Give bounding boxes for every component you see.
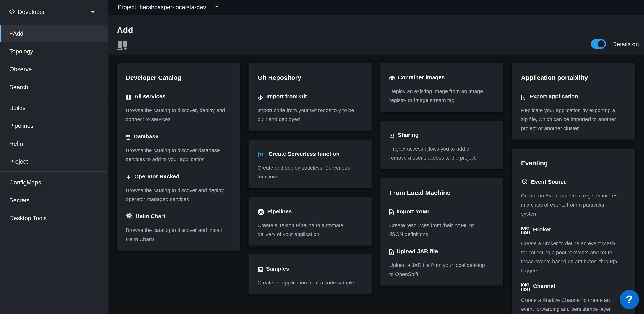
svg-text:HELM: HELM	[127, 215, 131, 217]
